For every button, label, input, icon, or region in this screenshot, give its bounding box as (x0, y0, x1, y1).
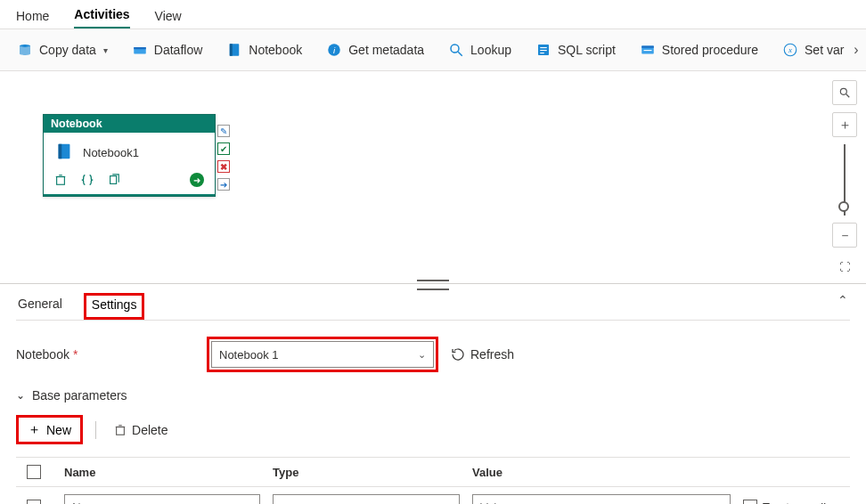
search-canvas-button[interactable] (832, 80, 857, 105)
svg-point-6 (451, 45, 459, 53)
zoom-out-button[interactable]: － (832, 223, 857, 248)
pipeline-canvas[interactable]: Notebook Notebook1 ➜ ✎ ✔ ✖ ➔ (0, 71, 866, 283)
port-failure-icon[interactable]: ✖ (217, 160, 230, 173)
svg-rect-3 (230, 44, 233, 56)
variable-icon: x (781, 41, 799, 59)
tab-settings[interactable]: Settings (84, 293, 145, 320)
collapse-panel-button[interactable]: ⌃ (837, 293, 848, 307)
tb-copy-data-label: Copy data (39, 43, 96, 57)
port-completion-icon[interactable]: ➔ (217, 178, 230, 191)
svg-rect-25 (117, 427, 125, 435)
refresh-label: Refresh (470, 347, 514, 362)
toolbar-scroll-right[interactable]: › (846, 29, 866, 70)
svg-rect-19 (57, 177, 65, 185)
sql-script-icon (535, 41, 552, 59)
code-braces-icon[interactable] (81, 174, 94, 186)
divider (95, 421, 96, 439)
param-name-input[interactable] (64, 494, 260, 504)
activity-header: Notebook (44, 115, 215, 133)
dataflow-icon (131, 41, 149, 59)
parameters-table: Name Type Value ⌄ Treat as null (16, 457, 850, 504)
refresh-button[interactable]: Refresh (451, 347, 514, 362)
svg-point-23 (840, 88, 846, 94)
copy-data-icon (16, 41, 34, 59)
svg-rect-14 (643, 50, 651, 51)
delete-icon[interactable] (54, 174, 67, 186)
tb-notebook[interactable]: Notebook (220, 37, 307, 62)
run-icon[interactable]: ➜ (190, 173, 204, 187)
tb-sql-script[interactable]: SQL script (529, 37, 621, 62)
plus-icon: ＋ (28, 421, 41, 438)
svg-text:x: x (788, 45, 792, 54)
activity-name: Notebook1 (83, 146, 139, 159)
properties-panel: ⌃ General Settings Notebook* Notebook 1 … (0, 284, 866, 504)
treat-as-null-checkbox[interactable] (743, 500, 757, 504)
svg-rect-18 (59, 144, 62, 159)
tb-notebook-label: Notebook (249, 43, 302, 57)
activity-ports: ✎ ✔ ✖ ➔ (217, 125, 230, 191)
tab-general[interactable]: General (16, 293, 64, 320)
col-header-type: Type (273, 466, 460, 479)
col-header-value: Value (472, 466, 731, 479)
svg-rect-13 (641, 46, 654, 48)
chevron-down-icon: ⌄ (444, 501, 452, 505)
fit-to-screen-button[interactable]: ⛶ (832, 255, 857, 280)
copy-icon[interactable] (108, 174, 120, 186)
chevron-down-icon: ▾ (103, 45, 108, 55)
delete-button-label: Delete (132, 423, 167, 437)
activity-node-notebook[interactable]: Notebook Notebook1 ➜ (43, 114, 216, 197)
notebook-icon (225, 41, 243, 59)
param-value-input[interactable] (472, 494, 731, 504)
notebook-select[interactable]: Notebook 1 ⌄ (211, 341, 434, 368)
row-checkbox[interactable] (27, 500, 41, 504)
treat-as-null-label: Treat as null (763, 500, 826, 505)
zoom-slider-knob[interactable] (838, 201, 849, 212)
activities-toolbar: Copy data ▾ Dataflow Notebook i Get meta… (0, 28, 866, 71)
zoom-slider[interactable] (844, 144, 846, 215)
tb-dataflow[interactable]: Dataflow (126, 37, 208, 62)
notebook-icon (54, 142, 74, 164)
new-parameter-button[interactable]: ＋ New (19, 418, 80, 442)
tb-set-variable[interactable]: x Set var (776, 37, 849, 62)
base-parameters-toggle[interactable]: ⌄ Base parameters (16, 388, 850, 402)
zoom-in-button[interactable]: ＋ (832, 112, 857, 137)
chevron-down-icon: ⌄ (16, 389, 25, 402)
tb-lookup-label: Lookup (470, 43, 511, 57)
tb-stored-procedure-label: Stored procedure (662, 43, 758, 57)
select-all-checkbox[interactable] (27, 465, 41, 479)
tb-copy-data[interactable]: Copy data ▾ (11, 37, 113, 62)
notebook-field-label: Notebook* (16, 347, 194, 362)
tb-get-metadata[interactable]: i Get metadata (320, 37, 429, 62)
stored-procedure-icon (639, 41, 657, 59)
notebook-select-value: Notebook 1 (219, 348, 279, 362)
svg-rect-22 (110, 176, 117, 184)
col-header-name: Name (64, 466, 260, 479)
tb-sql-script-label: SQL script (558, 43, 616, 57)
tab-activities[interactable]: Activities (74, 7, 129, 28)
svg-rect-9 (540, 47, 547, 48)
tab-home[interactable]: Home (16, 9, 49, 28)
zoom-controls: ＋ － ⛶ (830, 80, 859, 280)
tb-lookup[interactable]: Lookup (442, 37, 517, 62)
tb-set-variable-label: Set var (805, 43, 844, 57)
svg-rect-10 (540, 50, 547, 51)
properties-tabs: General Settings (16, 293, 850, 321)
param-type-select[interactable]: ⌄ (273, 494, 460, 504)
table-row: ⌄ Treat as null (16, 487, 850, 504)
tab-view[interactable]: View (155, 9, 182, 28)
tb-stored-procedure[interactable]: Stored procedure (633, 37, 764, 62)
port-success-icon[interactable]: ✔ (217, 142, 230, 155)
svg-line-24 (846, 94, 850, 98)
svg-rect-1 (134, 47, 146, 49)
search-icon (447, 41, 465, 59)
delete-parameter-button[interactable]: Delete (109, 419, 173, 441)
svg-rect-11 (540, 53, 544, 53)
port-edit-icon[interactable]: ✎ (217, 125, 230, 137)
svg-line-7 (458, 52, 462, 56)
info-icon: i (325, 41, 343, 59)
top-nav: Home Activities View (0, 0, 866, 28)
tb-dataflow-label: Dataflow (154, 43, 202, 57)
tb-get-metadata-label: Get metadata (348, 43, 424, 57)
chevron-down-icon: ⌄ (418, 349, 426, 361)
base-parameters-label: Base parameters (32, 388, 127, 402)
